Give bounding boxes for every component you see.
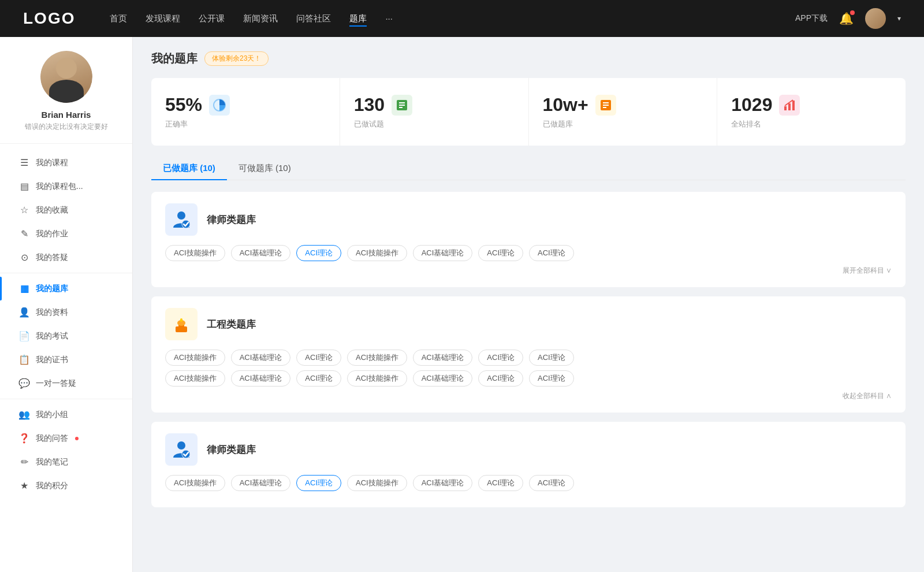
menu-label-group: 我的小组 [36,410,68,420]
eng-tag-8[interactable]: ACI技能操作 [165,370,225,387]
nav-item-more[interactable]: ··· [385,13,393,24]
stat-done-questions-value: 130 [354,94,385,116]
bank-card-lawyer-2: 律师类题库 ACI技能操作 ACI基础理论 ACI理论 ACI技能操作 ACI基… [151,422,906,507]
exam-icon: 📄 [18,330,30,341]
nav-item-bank[interactable]: 题库 [349,13,367,24]
sidebar-item-exam[interactable]: 📄 我的考试 [0,324,132,348]
nav-item-open[interactable]: 公开课 [199,13,225,24]
sidebar-item-homework[interactable]: ✎ 我的作业 [0,222,132,246]
tag-aci-skill-2[interactable]: ACI技能操作 [347,245,407,261]
group-icon: 👥 [18,409,30,420]
eng-tag-7[interactable]: ACI理论 [529,350,574,366]
avatar-image [40,51,92,103]
eng-tag-2[interactable]: ACI基础理论 [231,350,291,366]
chat-icon: 💬 [18,378,30,389]
l2-tag-1[interactable]: ACI技能操作 [165,475,225,491]
sidebar-item-my-courses[interactable]: ☰ 我的课程 [0,151,132,174]
tag-aci-theory-basic-1[interactable]: ACI基础理论 [231,245,291,261]
menu-label-one-on-one: 一对一答疑 [36,378,76,389]
svg-rect-11 [792,101,795,110]
lawyer-bank-icon-1 [165,203,198,236]
main-layout: Brian Harris 错误的决定比没有决定要好 ☰ 我的课程 ▤ 我的课程包… [0,37,924,572]
engineering-bank-icon [165,308,198,340]
eng-tag-9[interactable]: ACI基础理论 [231,370,291,387]
stat-accuracy-top: 55% [165,94,326,116]
app-download-button[interactable]: APP下载 [795,13,828,24]
sidebar: Brian Harris 错误的决定比没有决定要好 ☰ 我的课程 ▤ 我的课程包… [0,37,133,572]
logo: LOGO [23,9,75,28]
menu-label-questions: 我的答疑 [36,252,68,263]
engineering-bank-name: 工程类题库 [207,318,256,331]
eng-tag-14[interactable]: ACI理论 [529,370,574,387]
eng-tag-3[interactable]: ACI理论 [296,350,341,366]
menu-label-cert: 我的证书 [36,355,68,365]
tab-available-banks[interactable]: 可做题库 (10) [227,157,303,180]
svg-rect-18 [180,318,182,322]
tag-aci-skill-1[interactable]: ACI技能操作 [165,245,225,261]
points-icon: ★ [18,480,30,491]
stat-rank: 1029 全站排名 [717,78,906,146]
sidebar-item-points[interactable]: ★ 我的积分 [0,474,132,497]
svg-point-19 [177,441,185,450]
sidebar-item-my-qa[interactable]: ❓ 我的问答 [0,426,132,450]
tag-aci-theory-3[interactable]: ACI理论 [529,245,574,261]
profile-name: Brian Harris [42,110,91,120]
stat-accuracy-value: 55% [165,94,202,116]
menu-label-exam: 我的考试 [36,331,68,341]
divider-1 [0,273,132,273]
menu-label-my-qa: 我的问答 [36,433,68,444]
sidebar-menu: ☰ 我的课程 ▤ 我的课程包... ☆ 我的收藏 ✎ 我的作业 ⊙ 我的答疑 ▦ [0,151,132,497]
collapse-engineering[interactable]: 收起全部科目 ∧ [165,391,892,401]
stat-done-banks: 10w+ 已做题库 [529,78,718,146]
sidebar-item-favorites[interactable]: ☆ 我的收藏 [0,198,132,222]
eng-tag-4[interactable]: ACI技能操作 [347,350,407,366]
sidebar-item-certificate[interactable]: 📋 我的证书 [0,348,132,372]
navbar: LOGO 首页 发现课程 公开课 新闻资讯 问答社区 题库 ··· APP下载 … [0,0,924,37]
sidebar-item-notes[interactable]: ✏ 我的笔记 [0,450,132,474]
notification-bell[interactable]: 🔔 [839,12,854,25]
l2-tag-4[interactable]: ACI技能操作 [347,475,407,491]
sidebar-item-profile[interactable]: 👤 我的资料 [0,300,132,324]
expand-lawyer-1[interactable]: 展开全部科目 ∨ [165,266,892,276]
bank-card-lawyer-1: 律师类题库 ACI技能操作 ACI基础理论 ACI理论 ACI技能操作 ACI基… [151,192,906,287]
eng-tag-5[interactable]: ACI基础理论 [413,350,473,366]
nav-item-discover[interactable]: 发现课程 [146,13,180,24]
nav-item-qa[interactable]: 问答社区 [296,13,331,24]
stat-rank-label: 全站排名 [731,119,892,129]
lawyer-1-tags: ACI技能操作 ACI基础理论 ACI理论 ACI技能操作 ACI基础理论 AC… [165,245,892,261]
tab-done-banks[interactable]: 已做题库 (10) [151,157,227,180]
main-content: 我的题库 体验剩余23天！ 55% 正确率 [133,37,924,572]
avatar[interactable] [865,8,886,29]
sidebar-item-course-packages[interactable]: ▤ 我的课程包... [0,174,132,198]
cert-icon: 📋 [18,354,30,365]
chevron-down-icon[interactable]: ▾ [897,14,901,23]
l2-tag-5[interactable]: ACI基础理论 [413,475,473,491]
eng-tag-11[interactable]: ACI技能操作 [347,370,407,387]
nav-item-news[interactable]: 新闻资讯 [243,13,278,24]
sidebar-item-one-on-one[interactable]: 💬 一对一答疑 [0,372,132,395]
sidebar-item-questions[interactable]: ⊙ 我的答疑 [0,246,132,269]
l2-tag-7[interactable]: ACI理论 [529,475,574,491]
svg-rect-10 [788,103,791,110]
qa-red-dot [75,437,79,440]
lawyer-bank-name-2: 律师类题库 [207,443,256,456]
stat-done-questions-top: 130 [354,94,515,116]
eng-tag-1[interactable]: ACI技能操作 [165,350,225,366]
eng-tag-13[interactable]: ACI理论 [478,370,523,387]
profile-motto: 错误的决定比没有决定要好 [25,122,108,132]
bank-card-header-engineering: 工程类题库 [165,308,892,340]
tag-aci-theory-active-1[interactable]: ACI理论 [296,245,341,261]
eng-tag-6[interactable]: ACI理论 [478,350,523,366]
l2-tag-2[interactable]: ACI基础理论 [231,475,291,491]
sidebar-item-group[interactable]: 👥 我的小组 [0,403,132,426]
stat-rank-top: 1029 [731,94,892,116]
engineering-tags-row2: ACI技能操作 ACI基础理论 ACI理论 ACI技能操作 ACI基础理论 AC… [165,370,892,387]
eng-tag-12[interactable]: ACI基础理论 [413,370,473,387]
l2-tag-3[interactable]: ACI理论 [296,475,341,491]
sidebar-item-bank[interactable]: ▦ 我的题库 [0,277,132,300]
eng-tag-10[interactable]: ACI理论 [296,370,341,387]
l2-tag-6[interactable]: ACI理论 [478,475,523,491]
nav-item-home[interactable]: 首页 [110,13,127,24]
tag-aci-theory-2[interactable]: ACI理论 [478,245,523,261]
tag-aci-theory-basic-2[interactable]: ACI基础理论 [413,245,473,261]
